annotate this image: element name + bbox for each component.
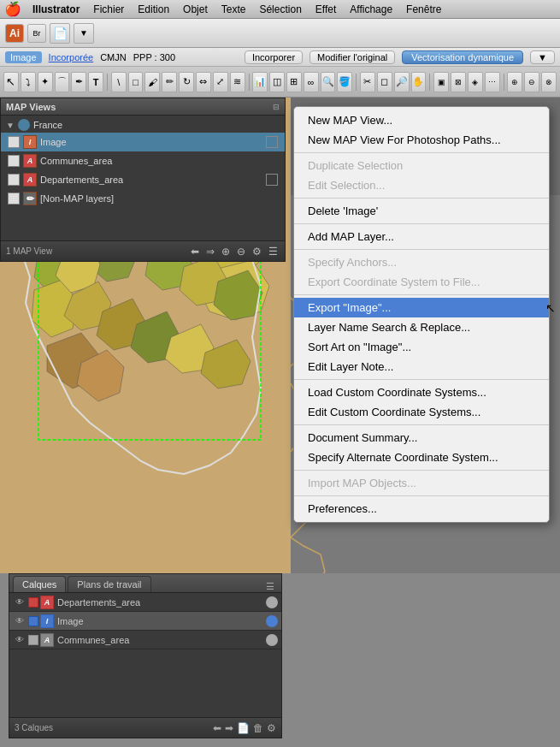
vis-icon-img[interactable]: 👁 <box>13 614 27 628</box>
menu-export-image[interactable]: Export "Image"... ↖ <box>294 298 549 317</box>
menu-selection[interactable]: Sélection <box>252 2 308 17</box>
layer-name-departements: Departements_area <box>40 175 262 185</box>
layer-row-communes[interactable]: A Communes_area <box>1 151 285 170</box>
warp[interactable]: ≋ <box>230 72 245 92</box>
layer-checkbox-departements[interactable] <box>8 174 20 186</box>
zoom-tool[interactable]: 🔎 <box>394 72 410 92</box>
dropdown-btn[interactable]: ▼ <box>74 23 94 44</box>
menu-add-map-layer[interactable]: Add MAP Layer... <box>294 227 549 246</box>
tab-plans[interactable]: Plans de travail <box>68 576 150 592</box>
panel-options-btn[interactable]: ☰ <box>266 581 278 592</box>
footer-options-btn2[interactable]: ⚙ <box>267 722 276 734</box>
mesh[interactable]: ⊞ <box>286 72 302 92</box>
menu-specify-alternate[interactable]: Specify Alternate Coordinate System... <box>294 448 549 467</box>
extra2[interactable]: ⊠ <box>451 72 466 92</box>
extra4[interactable]: ⋯ <box>485 72 500 92</box>
direct-select[interactable]: ⤵ <box>21 72 36 92</box>
line-tool[interactable]: \ <box>111 72 127 92</box>
color-dept <box>28 597 38 608</box>
footer-btn-1[interactable]: ⬅ <box>189 246 201 258</box>
menu-load-custom[interactable]: Load Custom Coordinate Systems... <box>294 382 549 402</box>
type-tool[interactable]: T <box>88 72 103 92</box>
incorporer-btn[interactable]: Incorporer <box>245 50 303 64</box>
footer-new-layer-btn[interactable]: 📄 <box>237 722 250 734</box>
menu-new-map-view[interactable]: New MAP View... <box>294 110 549 130</box>
footer-btn-5[interactable]: ⚙ <box>251 246 263 258</box>
menu-sort-art[interactable]: Sort Art on "Image"... <box>294 337 549 357</box>
extra1[interactable]: ▣ <box>433 72 449 92</box>
extra3[interactable]: ◈ <box>468 72 483 92</box>
map-views-panel: MAP Views ⊟ ▼ France I Image A Communes_… <box>0 98 286 262</box>
vis-icon-comm[interactable]: 👁 <box>13 633 27 647</box>
hand-tool[interactable]: ✋ <box>411 72 427 92</box>
layer-row-departements[interactable]: A Departements_area <box>1 170 285 189</box>
vectorisation-arrow[interactable]: ▼ <box>530 50 555 64</box>
paintbrush[interactable]: 🖌 <box>144 72 160 92</box>
scissors[interactable]: ✂ <box>360 72 375 92</box>
eraser[interactable]: ◻ <box>377 72 392 92</box>
footer-back-btn[interactable]: ⬅ <box>213 722 221 734</box>
map-btn2[interactable]: ⊖ <box>524 72 539 92</box>
menu-texte[interactable]: Texte <box>215 2 253 17</box>
tree-root[interactable]: ▼ France <box>1 117 285 133</box>
modifier-btn[interactable]: Modifier l'original <box>309 50 395 64</box>
footer-forward-btn[interactable]: ➡ <box>225 722 233 734</box>
layer-checkbox-image[interactable] <box>8 136 20 148</box>
eyedropper[interactable]: 🔍 <box>321 72 336 92</box>
paint-bucket[interactable]: 🪣 <box>337 72 352 92</box>
vectorisation-btn[interactable]: Vectorisation dynamique <box>402 50 523 64</box>
footer-btn-4[interactable]: ⊖ <box>235 246 247 258</box>
layer-checkbox-communes[interactable] <box>8 155 20 167</box>
menu-edition[interactable]: Edition <box>131 2 176 17</box>
scale[interactable]: ⤢ <box>213 72 228 92</box>
br-btn[interactable]: Br <box>27 24 46 43</box>
layer-checkbox-nonmap[interactable] <box>8 193 20 205</box>
footer-delete-layer-btn[interactable]: 🗑 <box>253 722 263 734</box>
map-btn1[interactable]: ⊕ <box>507 72 522 92</box>
pen-tool[interactable]: ✒ <box>71 72 86 92</box>
menu-document-summary[interactable]: Document Summary... <box>294 428 549 448</box>
menu-duplicate-selection: Duplicate Selection <box>294 156 549 175</box>
separator-4 <box>294 249 549 250</box>
gradient[interactable]: ◫ <box>269 72 285 92</box>
lasso-tool[interactable]: ⌒ <box>55 72 70 92</box>
layer2-departements[interactable]: 👁 A Departements_area <box>9 593 281 612</box>
bottom-panel: Calques Plans de travail ☰ 👁 A Departeme… <box>9 573 282 738</box>
menu-objet[interactable]: Objet <box>176 2 215 17</box>
incorporee-link[interactable]: Incorporée <box>49 52 94 62</box>
footer-btn-6[interactable]: ☰ <box>267 246 280 258</box>
shape-tool[interactable]: □ <box>128 72 144 92</box>
vis-icon-dept[interactable]: 👁 <box>13 596 27 609</box>
layer2-image[interactable]: 👁 I Image <box>9 612 281 631</box>
magic-wand[interactable]: ✦ <box>38 72 53 92</box>
name-img: Image <box>57 616 264 626</box>
sep5 <box>504 74 504 91</box>
menu-delete-image[interactable]: Delete 'Image' <box>294 201 549 221</box>
graph[interactable]: 📊 <box>252 72 268 92</box>
menu-edit-layer-note[interactable]: Edit Layer Note... <box>294 357 549 376</box>
menu-affichage[interactable]: Affichage <box>343 2 399 17</box>
blend[interactable]: ∞ <box>304 72 319 92</box>
select-tool[interactable]: ↖ <box>3 72 19 92</box>
layer2-communes[interactable]: 👁 A Communes_area <box>9 631 281 649</box>
footer-btn-2[interactable]: ⇒ <box>204 246 216 258</box>
rotate[interactable]: ↻ <box>179 72 194 92</box>
map-btn3[interactable]: ⊗ <box>541 72 557 92</box>
new-doc-btn[interactable]: 📄 <box>50 23 70 44</box>
menu-new-map-view-photoshop[interactable]: New MAP View For Photoshop Paths... <box>294 130 549 150</box>
apple-menu[interactable]: 🍎 <box>0 1 26 17</box>
menu-edit-custom[interactable]: Edit Custom Coordinate Systems... <box>294 402 549 422</box>
menu-fenetre[interactable]: Fenêtre <box>399 2 448 17</box>
tab-calques[interactable]: Calques <box>13 576 66 592</box>
menu-layer-name-search[interactable]: Layer Name Search & Replace... <box>294 317 549 337</box>
menu-preferences[interactable]: Preferences... <box>294 499 549 519</box>
mirror[interactable]: ⇔ <box>196 72 211 92</box>
menu-effet[interactable]: Effet <box>309 2 343 17</box>
pencil[interactable]: ✏ <box>162 72 177 92</box>
menu-fichier[interactable]: Fichier <box>86 2 131 17</box>
layer-row-nonmap[interactable]: ✏ [Non-MAP layers] <box>1 189 285 208</box>
footer-btn-3[interactable]: ⊕ <box>220 246 232 258</box>
layer-row-image[interactable]: I Image <box>1 133 285 151</box>
app-name[interactable]: Illustrator <box>26 3 86 15</box>
panel-resize[interactable]: ⊟ <box>273 103 280 111</box>
